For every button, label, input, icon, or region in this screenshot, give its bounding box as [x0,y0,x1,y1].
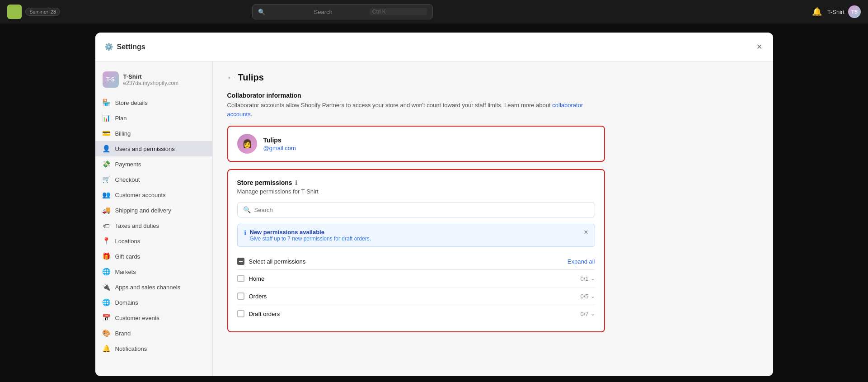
sidebar-item-plan[interactable]: 📊 Plan [95,110,212,126]
sidebar-item-customer-accounts[interactable]: 👥 Customer accounts [95,187,212,203]
plan-icon: 📊 [103,114,111,122]
page-title: Tulips [238,72,264,83]
sidebar-nav: 🏪 Store details 📊 Plan 💳 Billing 👤 Users… [95,95,212,356]
sidebar-item-notifications[interactable]: 🔔 Notifications [95,341,212,356]
permission-row-draft-orders: Draft orders 0/7 ⌄ [237,305,595,322]
user-info-card: 👩 Tulips @gmail.com [227,126,605,162]
sidebar-item-markets[interactable]: 🌐 Markets [95,264,212,279]
user-avatar-top: TS [848,5,861,18]
main-content: ← Tulips Collaborator information Collab… [213,61,773,376]
topbar-right: 🔔 T-Shirt TS [812,5,861,18]
permission-count-value-home: 0/1 [580,275,588,282]
domains-icon: 🌐 [103,298,111,307]
permissions-list: Home 0/1 ⌄ Or [237,270,595,322]
sidebar-item-shipping-delivery[interactable]: 🚚 Shipping and delivery [95,203,212,218]
sidebar-label-plan: Plan [115,115,127,122]
permission-left-draft-orders: Draft orders [237,310,280,317]
sidebar-label-checkout: Checkout [115,176,140,183]
permission-row-orders: Orders 0/5 ⌄ [237,288,595,305]
user-details: Tulips @gmail.com [263,137,296,151]
banner-info-icon: ℹ [244,229,246,236]
permission-label-draft-orders: Draft orders [249,311,280,317]
store-info: T-Shirt e237da.myshopify.com [123,73,179,86]
permission-label-home: Home [249,275,265,282]
notification-icon[interactable]: 🔔 [812,7,822,17]
customer-events-icon: 📅 [103,314,111,322]
permission-chevron-orders[interactable]: ⌄ [591,293,595,299]
logo-area: Summer '23 [7,5,60,19]
store-name: T-Shirt [123,73,179,80]
permission-checkbox-draft-orders[interactable] [237,310,244,317]
banner-close-button[interactable]: × [584,229,588,236]
permission-left-orders: Orders [237,292,267,300]
modal-body: T-S T-Shirt e237da.myshopify.com 🏪 Store… [95,61,773,376]
customer-accounts-icon: 👥 [103,191,111,199]
sidebar-label-customer-accounts: Customer accounts [115,192,166,198]
sidebar-label-payments: Payments [115,161,141,168]
user-name: Tulips [263,137,296,144]
user-menu[interactable]: T-Shirt TS [827,5,861,18]
settings-gear-icon: ⚙️ [104,42,113,51]
expand-all-button[interactable]: Expand all [568,258,595,265]
payments-icon: 💸 [103,160,111,168]
select-all-checkbox[interactable] [237,258,244,265]
collaborator-section-title: Collaborator information [227,92,605,99]
global-search[interactable]: 🔍 Search Ctrl K [252,4,433,19]
permissions-info-banner: ℹ New permissions available Give staff u… [237,224,595,247]
sidebar-label-markets: Markets [115,269,136,275]
shipping-icon: 🚚 [103,206,111,214]
sidebar-label-store-details: Store details [115,99,148,106]
select-all-row: Select all permissions Expand all [237,253,595,270]
sidebar-label-apps-sales-channels: Apps and sales channels [115,284,181,291]
sidebar-label-shipping-delivery: Shipping and delivery [115,207,171,214]
sidebar-item-store-details[interactable]: 🏪 Store details [95,95,212,110]
sidebar-item-taxes-duties[interactable]: 🏷 Taxes and duties [95,218,212,233]
sidebar-item-apps-sales-channels[interactable]: 🔌 Apps and sales channels [95,279,212,295]
sidebar-label-taxes-duties: Taxes and duties [115,222,160,229]
modal-close-button[interactable]: × [755,40,764,54]
sidebar-item-billing[interactable]: 💳 Billing [95,126,212,141]
billing-icon: 💳 [103,129,111,137]
permission-count-value-orders: 0/5 [580,293,588,300]
sidebar-label-customer-events: Customer events [115,315,160,321]
sidebar-label-locations: Locations [115,238,141,245]
permission-checkbox-orders[interactable] [237,292,244,300]
locations-icon: 📍 [103,237,111,245]
permission-chevron-home[interactable]: ⌄ [591,275,595,282]
user-label: T-Shirt [827,9,845,15]
settings-sidebar: T-S T-Shirt e237da.myshopify.com 🏪 Store… [95,61,213,376]
brand-icon: 🎨 [103,329,111,337]
permission-count-home: 0/1 ⌄ [580,275,595,282]
sidebar-item-users-permissions[interactable]: 👤 Users and permissions [95,141,212,156]
search-shortcut: Ctrl K [370,8,427,15]
summer-badge: Summer '23 [25,8,60,16]
checkout-icon: 🛒 [103,175,111,184]
permissions-header: Store permissions ℹ Manage permissions f… [237,179,595,195]
permission-chevron-draft-orders[interactable]: ⌄ [591,311,595,317]
modal-overlay: ⚙️ Settings × T-S T-Shirt e237da.myshopi… [0,24,868,382]
sidebar-item-customer-events[interactable]: 📅 Customer events [95,310,212,325]
sidebar-item-payments[interactable]: 💸 Payments [95,156,212,172]
search-icon: 🔍 [258,9,310,15]
sidebar-item-domains[interactable]: 🌐 Domains [95,295,212,310]
gift-cards-icon: 🎁 [103,252,111,260]
sidebar-label-brand: Brand [115,330,131,337]
back-button[interactable]: ← [227,74,235,82]
sidebar-item-brand[interactable]: 🎨 Brand [95,325,212,341]
permissions-card: Store permissions ℹ Manage permissions f… [227,169,605,332]
permissions-search-input[interactable] [254,207,589,213]
sidebar-item-gift-cards[interactable]: 🎁 Gift cards [95,249,212,264]
sidebar-item-checkout[interactable]: 🛒 Checkout [95,172,212,187]
modal-title: ⚙️ Settings [104,42,145,51]
permission-checkbox-home[interactable] [237,275,244,282]
sidebar-item-locations[interactable]: 📍 Locations [95,233,212,249]
users-icon: 👤 [103,145,111,153]
taxes-icon: 🏷 [103,222,111,230]
sidebar-label-notifications: Notifications [115,345,147,352]
settings-modal: ⚙️ Settings × T-S T-Shirt e237da.myshopi… [95,33,773,376]
markets-icon: 🌐 [103,268,111,276]
permissions-search[interactable]: 🔍 [237,202,595,217]
sidebar-label-domains: Domains [115,299,138,306]
apps-icon: 🔌 [103,283,111,291]
modal-header: ⚙️ Settings × [95,33,773,61]
